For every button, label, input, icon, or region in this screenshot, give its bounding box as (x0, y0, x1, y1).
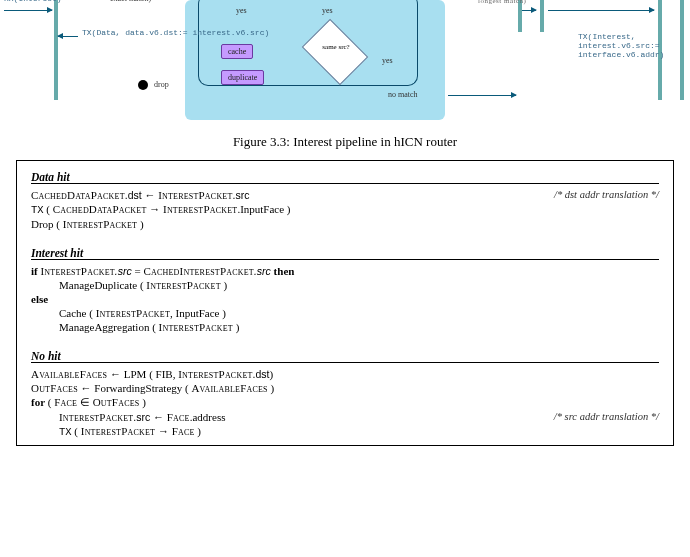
duplicate-box: duplicate (221, 70, 264, 85)
keyword-then: then (271, 265, 295, 277)
token: TX (59, 426, 72, 438)
tx-data-label: TX(Data, data.v6.dst:= interest.v6.src) (82, 28, 269, 37)
algo-line: ManageAggregation ( InterestPacket ) (31, 320, 659, 334)
algo-line: Drop ( InterestPacket ) (31, 217, 659, 231)
paren: ) (268, 382, 274, 394)
paren: ) (221, 279, 227, 291)
token: TX (31, 204, 44, 216)
paren: ) (220, 307, 226, 319)
paren: ( (146, 368, 155, 380)
arrow-icon (58, 36, 78, 37)
algorithm-box: Data hit CachedDataPacket.dst ← Interest… (16, 160, 674, 446)
arrow-icon (4, 10, 52, 11)
equals-icon: = (132, 265, 144, 277)
arrow-icon (548, 10, 654, 11)
token: .src (233, 189, 250, 201)
token: InterestPacket (96, 307, 170, 319)
token: .src (254, 265, 271, 277)
same-src-label: same src? (316, 44, 356, 51)
token: InterestPacket (158, 189, 232, 201)
mid-face2-icon (540, 0, 544, 32)
token: InterestPacket (146, 279, 220, 291)
arrow-left-icon: ← (142, 189, 159, 201)
paren: ( (54, 218, 63, 230)
token: .InputFace (237, 203, 284, 215)
algo-line: TX ( InterestPacket → Face ) (31, 424, 659, 439)
token: .src (133, 411, 150, 423)
comment: /* src addr translation */ (554, 411, 659, 422)
token: InterestPacket (81, 425, 155, 437)
section-no-hit: No hit (31, 350, 659, 363)
yes-label: yes (236, 6, 247, 15)
token: InterestPacket (59, 411, 133, 423)
longest-match-label: longest match) (478, 0, 526, 5)
paren: ) (137, 218, 143, 230)
arrow-left-icon: ← (150, 411, 167, 423)
arrow-icon (522, 10, 536, 11)
comment: /* dst addr translation */ (554, 189, 659, 200)
interest-pipeline-diagram: RX(Interest) exact match) longest match)… (0, 0, 690, 120)
keyword-else: else (31, 293, 48, 305)
section-interest-hit: Interest hit (31, 247, 659, 260)
algo-line: InterestPacket.src ← Face.address /* src… (31, 410, 659, 424)
token: ManageAggregation (59, 321, 149, 333)
token: CachedDataPacket (31, 189, 125, 201)
algo-line: AvailableFaces ← LPM ( FIB, InterestPack… (31, 367, 659, 381)
figure-caption: Figure 3.3: Interest pipeline in hICN ro… (0, 134, 690, 150)
algo-line: OutFaces ← ForwardingStrategy ( Availabl… (31, 381, 659, 395)
token: CachedInterestPacket (143, 265, 253, 277)
yes-label: yes (382, 56, 393, 65)
algo-line: TX ( CachedDataPacket → InterestPacket.I… (31, 202, 659, 217)
paren: ( (45, 396, 54, 408)
arrow-right-icon: → (155, 425, 172, 437)
token: Face (54, 396, 77, 408)
rx-interest-label: RX(Interest) (4, 0, 62, 3)
token: OutFaces (93, 396, 140, 408)
paren: ( (86, 307, 95, 319)
exact-match-label: exact match) (110, 0, 151, 3)
token: OutFaces (31, 382, 78, 394)
element-of-icon: ∈ (77, 396, 93, 408)
drop-dot-icon (138, 80, 148, 90)
algo-line: ManageDuplicate ( InterestPacket ) (31, 278, 659, 292)
token: .dst (125, 189, 142, 201)
token: AvailableFaces (191, 382, 267, 394)
token: .address (190, 411, 226, 423)
token: ManageDuplicate (59, 279, 137, 291)
token: .src (115, 265, 132, 277)
left-face-icon (54, 0, 58, 100)
token: LPM (124, 368, 147, 380)
algo-line: else (31, 292, 659, 306)
paren: ) (139, 396, 145, 408)
algo-line: Cache ( InterestPacket, InputFace ) (31, 306, 659, 320)
paren: ) (284, 203, 290, 215)
token: Drop (31, 218, 54, 230)
cache-box: cache (221, 44, 253, 59)
token: ForwardingStrategy (94, 382, 182, 394)
paren: ) (195, 425, 201, 437)
token: InterestPacket (40, 265, 114, 277)
algo-line: for ( Face ∈ OutFaces ) (31, 395, 659, 410)
token: InterestPacket (159, 321, 233, 333)
token: FIB (156, 368, 173, 380)
tx-interest-label: TX(Interest, interest.v6.src:= interface… (578, 32, 690, 60)
token: InterestPacket (163, 203, 237, 215)
paren: ( (72, 425, 81, 437)
section-data-hit: Data hit (31, 171, 659, 184)
paren: ( (137, 279, 146, 291)
arrow-right-icon: → (147, 203, 164, 215)
token: .dst (253, 368, 270, 380)
drop-label: drop (154, 80, 169, 89)
yes-label: yes (322, 6, 333, 15)
paren: ) (233, 321, 239, 333)
token: Face (167, 411, 190, 423)
arrow-icon (448, 95, 516, 96)
token: AvailableFaces (31, 368, 107, 380)
algo-line: CachedDataPacket.dst ← InterestPacket.sr… (31, 188, 659, 202)
token: CachedDataPacket (53, 203, 147, 215)
keyword-for: for (31, 396, 45, 408)
paren: ) (270, 368, 274, 380)
token: Cache (59, 307, 86, 319)
paren: ( (44, 203, 53, 215)
arrow-left-icon: ← (78, 382, 95, 394)
